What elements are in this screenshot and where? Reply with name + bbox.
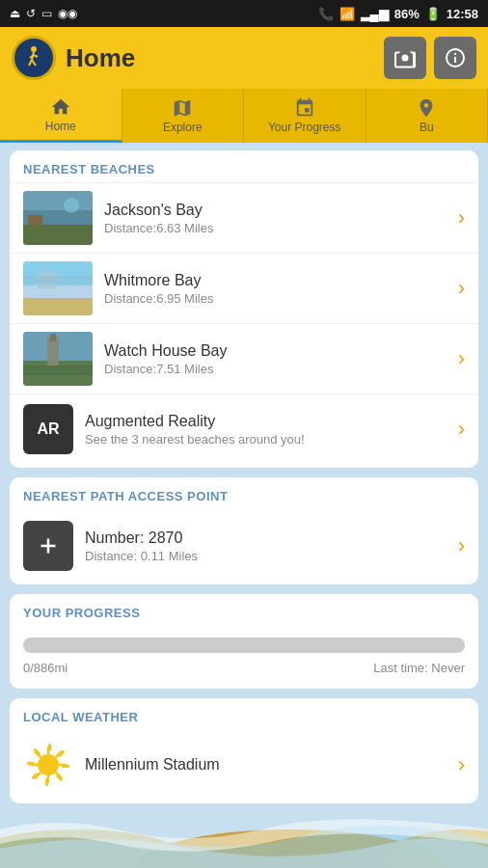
- svg-line-5: [34, 55, 38, 57]
- home-tab-icon: [50, 96, 71, 118]
- sync-icon: ↺: [26, 7, 36, 20]
- path-distance: Distance: 0.11 Miles: [85, 549, 450, 563]
- watchhouse-bay-image: [23, 332, 93, 386]
- local-weather-card: LOCAL WEATHER: [10, 698, 478, 803]
- sun-ray-5: [45, 778, 48, 786]
- progress-label: 0/886mi: [23, 661, 68, 675]
- progress-bar-background: [23, 637, 465, 653]
- whitmore-bay-arrow: ›: [458, 276, 465, 301]
- tab-home-label: Home: [45, 120, 76, 133]
- tab-home[interactable]: Home: [0, 89, 122, 143]
- nearest-beaches-card: NEAREST BEACHES Jackson's Bay Distance:6…: [10, 150, 478, 468]
- local-weather-title: LOCAL WEATHER: [10, 698, 478, 730]
- jacksons-bay-arrow: ›: [458, 205, 465, 231]
- ar-title: Augmented Reality: [85, 413, 450, 430]
- path-number: Number: 2870: [85, 529, 450, 547]
- tab-progress[interactable]: Your Progress: [244, 89, 366, 143]
- sun-ray-3: [62, 765, 69, 768]
- nearest-path-card: NEAREST PATH ACCESS POINT Number: 2870 D…: [10, 477, 478, 584]
- watchhouse-bay-name: Watch House Bay: [104, 342, 450, 360]
- progress-section: 0/886mi Last time: Never: [10, 626, 478, 689]
- tab-explore[interactable]: Explore: [122, 89, 245, 143]
- sim-icon: ⏏: [10, 7, 20, 20]
- watchhouse-bay-thumbnail: [23, 332, 93, 386]
- beach-decoration: [0, 791, 488, 868]
- nav-tabs: Home Explore Your Progress Bu: [0, 89, 488, 143]
- list-item[interactable]: Watch House Bay Distance:7.51 Miles ›: [10, 323, 478, 393]
- info-button[interactable]: [434, 37, 476, 79]
- progress-info: 0/886mi Last time: Never: [23, 661, 465, 675]
- path-access-icon: [23, 521, 73, 571]
- tab-progress-label: Your Progress: [268, 121, 341, 134]
- explore-tab-icon: [172, 97, 193, 119]
- sun-ray-1: [48, 744, 51, 751]
- ar-description: See the 3 nearest beaches around you!: [85, 432, 450, 447]
- jacksons-bay-distance: Distance:6.63 Miles: [104, 221, 450, 235]
- walker-icon: [20, 44, 47, 71]
- header-left: Home: [12, 36, 135, 80]
- jacksons-bay-info: Jackson's Bay Distance:6.63 Miles: [104, 202, 450, 235]
- svg-rect-20: [23, 366, 93, 375]
- weather-location: Millennium Stadium: [85, 756, 450, 773]
- whitmore-bay-image: [23, 261, 93, 315]
- whitmore-bay-info: Whitmore Bay Distance:6.95 Miles: [104, 272, 450, 306]
- battery-percent: 86%: [394, 7, 420, 21]
- sun-circle: [38, 754, 59, 775]
- bu-tab-icon: [416, 97, 437, 119]
- svg-rect-13: [23, 298, 93, 315]
- watchhouse-bay-info: Watch House Bay Distance:7.51 Miles: [104, 342, 450, 376]
- header-actions: [384, 37, 476, 79]
- watchhouse-bay-arrow: ›: [458, 346, 465, 371]
- your-progress-title: YOUR PROGRESS: [10, 594, 478, 626]
- jacksons-bay-image: [23, 191, 93, 245]
- battery-icon: 🔋: [425, 7, 441, 21]
- weather-arrow: ›: [458, 752, 465, 777]
- ar-badge-text: AR: [37, 420, 59, 438]
- tab-bu-label: Bu: [420, 121, 434, 134]
- list-item[interactable]: Whitmore Bay Distance:6.95 Miles ›: [10, 253, 478, 323]
- nearest-path-title: NEAREST PATH ACCESS POINT: [10, 477, 478, 509]
- path-item[interactable]: Number: 2870 Distance: 0.11 Miles ›: [10, 509, 478, 584]
- svg-rect-12: [23, 285, 93, 300]
- call-icon: 📞: [318, 7, 334, 21]
- your-progress-card: YOUR PROGRESS 0/886mi Last time: Never: [10, 594, 478, 689]
- svg-rect-8: [23, 225, 93, 245]
- svg-point-0: [31, 46, 37, 52]
- nearest-beaches-title: NEAREST BEACHES: [10, 150, 478, 182]
- status-bar: ⏏ ↺ ▭ ◉◉ 📞 📶 ▂▄▆ 86% 🔋 12:58: [0, 0, 488, 27]
- info-icon: [444, 46, 467, 69]
- ar-item[interactable]: AR Augmented Reality See the 3 nearest b…: [10, 393, 478, 468]
- svg-point-10: [64, 198, 79, 213]
- weather-info: Millennium Stadium: [85, 756, 450, 773]
- path-info: Number: 2870 Distance: 0.11 Miles: [85, 529, 450, 563]
- ar-badge: AR: [23, 404, 73, 454]
- cross-icon: [34, 531, 63, 560]
- wifi-icon: 📶: [339, 7, 355, 21]
- signal-icon: ▂▄▆: [361, 7, 389, 21]
- path-arrow: ›: [458, 533, 465, 558]
- last-time-label: Last time: Never: [373, 661, 465, 675]
- progress-tab-icon: [294, 97, 315, 119]
- list-item[interactable]: Jackson's Bay Distance:6.63 Miles ›: [10, 182, 478, 253]
- whitmore-bay-distance: Distance:6.95 Miles: [104, 291, 450, 306]
- page-title: Home: [66, 43, 135, 73]
- ar-arrow: ›: [458, 417, 465, 442]
- ar-info: Augmented Reality See the 3 nearest beac…: [85, 413, 450, 447]
- tab-bu[interactable]: Bu: [366, 89, 489, 143]
- app-logo: [12, 36, 56, 80]
- whitmore-bay-name: Whitmore Bay: [104, 272, 450, 289]
- watchhouse-bay-distance: Distance:7.51 Miles: [104, 362, 450, 376]
- svg-rect-15: [23, 276, 93, 284]
- status-right-icons: 📞 📶 ▂▄▆ 86% 🔋 12:58: [318, 7, 479, 21]
- sun-icon: [29, 746, 68, 784]
- camera-icon: [393, 46, 417, 69]
- weather-icon-container: [23, 740, 73, 790]
- app-header: Home: [0, 27, 488, 89]
- tab-explore-label: Explore: [163, 121, 203, 134]
- jacksons-bay-name: Jackson's Bay: [104, 202, 450, 219]
- jacksons-bay-thumbnail: [23, 191, 93, 245]
- camera-button[interactable]: [384, 37, 426, 79]
- voicemail-icon: ◉◉: [58, 7, 77, 20]
- time: 12:58: [447, 7, 478, 21]
- battery-status-icon: ▭: [41, 7, 52, 20]
